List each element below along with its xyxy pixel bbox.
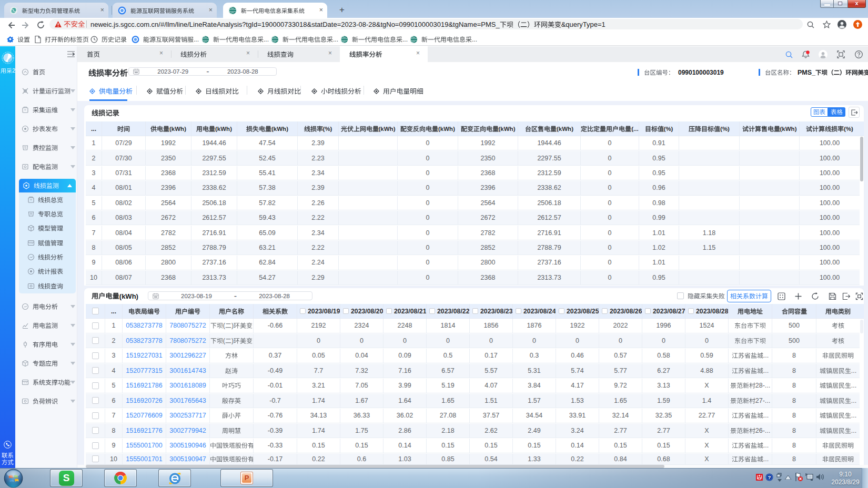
svg-text:?: ? [768,474,771,480]
